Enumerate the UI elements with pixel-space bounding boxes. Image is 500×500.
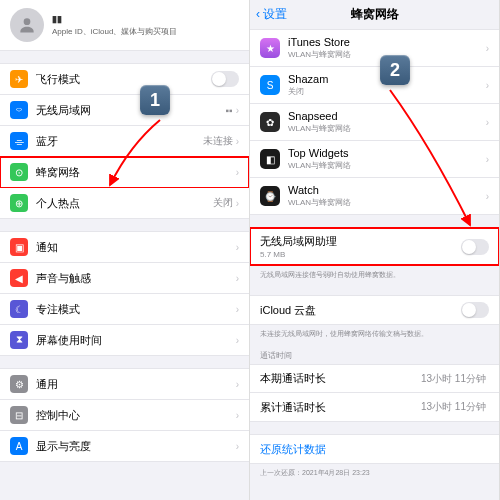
row-total-call: 累计通话时长 13小时 11分钟 xyxy=(250,393,499,421)
note-reset: 上一次还原：2021年4月28日 23:23 xyxy=(250,464,499,481)
row-shazam[interactable]: S Shazam关闭 › xyxy=(250,67,499,104)
itunes-icon: ★ xyxy=(260,38,280,58)
topwidgets-icon: ◧ xyxy=(260,149,280,169)
chevron-icon: › xyxy=(236,273,239,284)
label-cur-call: 本期通话时长 xyxy=(260,371,421,386)
chevron-icon: › xyxy=(236,167,239,178)
label-focus: 专注模式 xyxy=(36,302,236,317)
label-airplane: 飞行模式 xyxy=(36,72,211,87)
profile-row[interactable]: ▮▮ Apple ID、iCloud、媒体与购买项目 xyxy=(0,0,249,51)
chevron-icon: › xyxy=(486,191,489,202)
row-hotspot[interactable]: ⊕ 个人热点 关闭 › xyxy=(0,188,249,218)
detail-wifi: ▪▪ xyxy=(226,105,233,116)
row-control[interactable]: ⊟ 控制中心 › xyxy=(0,400,249,431)
note-wlan-assist: 无线局域网连接信号弱时自动使用蜂窝数据。 xyxy=(250,266,499,283)
detail-bt: 未连接 xyxy=(203,134,233,148)
row-general[interactable]: ⚙ 通用 › xyxy=(0,369,249,400)
chevron-icon: › xyxy=(486,154,489,165)
back-button[interactable]: ‹ 设置 xyxy=(256,6,287,23)
bell-icon: ▣ xyxy=(10,238,28,256)
label-wlan-assist: 无线局域网助理5.7 MB xyxy=(260,234,461,259)
chevron-icon: › xyxy=(236,441,239,452)
step-badge-1: 1 xyxy=(140,85,170,115)
control-icon: ⊟ xyxy=(10,406,28,424)
detail-hotspot: 关闭 xyxy=(213,196,233,210)
bluetooth-icon: ⌯ xyxy=(10,132,28,150)
cellular-icon: ⊙ xyxy=(10,163,28,181)
label-display: 显示与亮度 xyxy=(36,439,236,454)
snapseed-icon: ✿ xyxy=(260,112,280,132)
chevron-icon: › xyxy=(236,105,239,116)
section-calltime: 通话时间 xyxy=(250,342,499,364)
wifi-icon: ⌔ xyxy=(10,101,28,119)
row-icloud-drive[interactable]: iCloud 云盘 xyxy=(250,296,499,324)
chevron-icon: › xyxy=(236,198,239,209)
chevron-icon: › xyxy=(236,379,239,390)
row-sound[interactable]: ◀ 声音与触感 › xyxy=(0,263,249,294)
chevron-icon: › xyxy=(486,43,489,54)
page-title: 蜂窝网络 xyxy=(351,6,399,23)
row-bluetooth[interactable]: ⌯ 蓝牙 未连接 › xyxy=(0,126,249,157)
profile-sub: Apple ID、iCloud、媒体与购买项目 xyxy=(52,26,177,37)
label-wifi: 无线局域网 xyxy=(36,103,226,118)
label-general: 通用 xyxy=(36,377,236,392)
row-cellular[interactable]: ⊙ 蜂窝网络 › xyxy=(0,157,249,188)
row-wifi[interactable]: ⌔ 无线局域网 ▪▪ › xyxy=(0,95,249,126)
toggle-airplane[interactable] xyxy=(211,71,239,87)
step-badge-2: 2 xyxy=(380,55,410,85)
label-cellular: 蜂窝网络 xyxy=(36,165,236,180)
sound-icon: ◀ xyxy=(10,269,28,287)
label-watch: WatchWLAN与蜂窝网络 xyxy=(288,184,486,208)
val-cur-call: 13小时 11分钟 xyxy=(421,372,486,386)
label-control: 控制中心 xyxy=(36,408,236,423)
chevron-icon: › xyxy=(236,335,239,346)
row-focus[interactable]: ☾ 专注模式 › xyxy=(0,294,249,325)
svg-point-0 xyxy=(24,18,31,25)
row-screentime[interactable]: ⧗ 屏幕使用时间 › xyxy=(0,325,249,355)
row-itunes[interactable]: ★ iTunes StoreWLAN与蜂窝网络 › xyxy=(250,30,499,67)
label-notif: 通知 xyxy=(36,240,236,255)
chevron-icon: › xyxy=(236,242,239,253)
label-screen: 屏幕使用时间 xyxy=(36,333,236,348)
label-total-call: 累计通话时长 xyxy=(260,400,421,415)
airplane-icon: ✈ xyxy=(10,70,28,88)
label-sound: 声音与触感 xyxy=(36,271,236,286)
avatar xyxy=(10,8,44,42)
row-reset-stats[interactable]: 还原统计数据 xyxy=(250,435,499,463)
gear-icon: ⚙ xyxy=(10,375,28,393)
chevron-icon: › xyxy=(486,117,489,128)
label-topw: Top WidgetsWLAN与蜂窝网络 xyxy=(288,147,486,171)
note-icloud: 未连接无线局域网时，使用蜂窝网络传输文稿与数据。 xyxy=(250,325,499,342)
label-icloud: iCloud 云盘 xyxy=(260,303,461,318)
profile-name: ▮▮ xyxy=(52,14,177,24)
screentime-icon: ⧗ xyxy=(10,331,28,349)
row-wlan-assist[interactable]: 无线局域网助理5.7 MB xyxy=(250,228,499,265)
label-snapseed: SnapseedWLAN与蜂窝网络 xyxy=(288,110,486,134)
row-airplane[interactable]: ✈ 飞行模式 xyxy=(0,64,249,95)
chevron-icon: › xyxy=(236,410,239,421)
chevron-icon: › xyxy=(236,136,239,147)
watch-icon: ⌚ xyxy=(260,186,280,206)
hotspot-icon: ⊕ xyxy=(10,194,28,212)
label-hotspot: 个人热点 xyxy=(36,196,213,211)
row-current-call: 本期通话时长 13小时 11分钟 xyxy=(250,365,499,393)
row-topwidgets[interactable]: ◧ Top WidgetsWLAN与蜂窝网络 › xyxy=(250,141,499,178)
focus-icon: ☾ xyxy=(10,300,28,318)
row-snapseed[interactable]: ✿ SnapseedWLAN与蜂窝网络 › xyxy=(250,104,499,141)
header: ‹ 设置 蜂窝网络 xyxy=(250,0,499,29)
chevron-icon: › xyxy=(486,80,489,91)
toggle-wlan-assist[interactable] xyxy=(461,239,489,255)
shazam-icon: S xyxy=(260,75,280,95)
label-reset: 还原统计数据 xyxy=(260,442,489,457)
row-notifications[interactable]: ▣ 通知 › xyxy=(0,232,249,263)
row-display[interactable]: A 显示与亮度 › xyxy=(0,431,249,461)
val-total-call: 13小时 11分钟 xyxy=(421,400,486,414)
chevron-icon: › xyxy=(236,304,239,315)
toggle-icloud[interactable] xyxy=(461,302,489,318)
label-bt: 蓝牙 xyxy=(36,134,203,149)
display-icon: A xyxy=(10,437,28,455)
row-watch[interactable]: ⌚ WatchWLAN与蜂窝网络 › xyxy=(250,178,499,214)
